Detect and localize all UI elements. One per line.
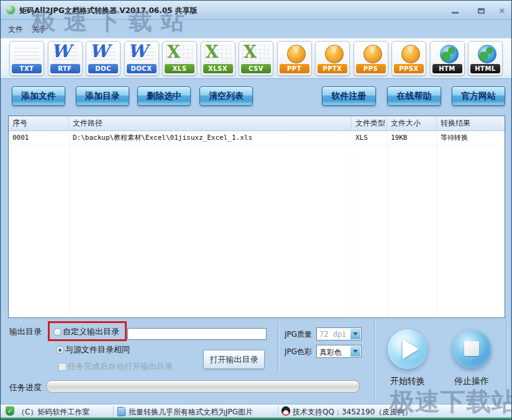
radio-same-as-source[interactable] [56,346,64,354]
excel-x-icon: X [165,43,194,64]
stop-operation-button[interactable] [452,330,491,368]
format-icon-ppsx: PPSX [391,41,426,76]
excel-x-icon: X [241,43,271,64]
status-divider [113,406,114,417]
file-list-table: 序号 文件路径 文件类型 文件大小 转换结果 0001 D:\backup\教程… [8,116,505,318]
table-header: 序号 文件路径 文件类型 文件大小 转换结果 [9,116,505,131]
qq-icon [281,406,290,416]
column-header-result[interactable]: 转换结果 [437,116,505,130]
official-website-button[interactable]: 官方网站 [452,86,505,106]
start-conversion-label: 开始转换 [382,376,434,387]
format-icon-html: HTML [468,41,503,76]
maximize-button[interactable] [473,4,489,16]
cell-size: 19KB [387,131,437,145]
column-divider [352,130,352,317]
chevron-down-icon [350,346,360,357]
section-divider [374,321,375,399]
format-icon-txt: TXT [9,41,44,76]
close-button[interactable]: ✕ [494,4,510,16]
checkbox-auto-open-output[interactable] [58,363,66,371]
column-header-type[interactable]: 文件类型 [352,116,387,130]
status-divider [278,406,278,417]
section-divider [506,321,507,399]
register-software-button[interactable]: 软件注册 [322,86,376,106]
start-conversion-button[interactable] [388,329,427,369]
column-header-size[interactable]: 文件大小 [387,116,437,130]
format-icon-docx: W DOCX [124,41,159,76]
menu-item-about[interactable]: 关于 [29,23,49,36]
format-icon-pptx: PPTX [315,41,350,76]
excel-x-icon: X [203,43,233,64]
format-icon-pps: PPS [354,41,388,76]
jpg-quality-label: JPG质量 [285,329,312,340]
txt-page-icon [12,43,42,64]
jpg-color-value: 真彩色 [319,347,342,358]
cell-type: XLS [352,131,387,145]
powerpoint-pie-icon [280,43,309,64]
checkbox-auto-open-label: 任务完成后自动打开输出目录 [68,361,173,372]
column-header-path[interactable]: 文件路径 [69,116,352,130]
supported-formats-strip: TXT W RTF W DOC W DOCX X XLS X XLSX X CS… [1,38,511,79]
powerpoint-pie-icon [394,43,424,64]
menu-bar: 文件 关于 [1,19,511,37]
jpg-quality-select[interactable]: 72 dpi [316,327,362,340]
progress-bar [46,380,360,393]
status-description: 批量转换几乎所有格式文档为JPG图片 [129,407,253,418]
radio-custom-output-label[interactable]: 自定义输出目录 [63,326,119,337]
radio-same-as-source-label[interactable]: 与源文件目录相同 [65,344,130,355]
delete-selected-button[interactable]: 删除选中 [137,86,191,106]
word-w-icon: W [50,43,80,64]
column-divider [69,130,70,317]
jpg-color-label: JPG色彩 [285,347,312,357]
cell-result: 等待转换 [437,131,505,145]
format-icon-xls: X XLS [162,41,197,76]
chevron-down-icon [350,329,360,339]
window-title: 矩码All2JPG文档格式转换器 V2017.06.05 共享版 [19,6,198,16]
format-icon-csv: X CSV [239,41,273,76]
menu-item-file[interactable]: 文件 [6,23,25,36]
jpg-color-select[interactable]: 真彩色 [316,345,362,358]
close-icon: ✕ [499,6,506,17]
minimize-icon [452,12,459,14]
format-icon-rtf: W RTF [48,41,83,76]
window-titlebar: 矩码All2JPG文档格式转换器 V2017.06.05 共享版 ✕ [1,1,511,20]
app-window: 矩码All2JPG文档格式转换器 V2017.06.05 共享版 ✕ 文件 关于… [0,0,512,420]
cell-index: 0001 [9,131,69,145]
status-support-qq: 技术支持QQ：3452190（皮皮狗） [293,407,412,418]
open-output-dir-button[interactable]: 打开输出目录 [203,350,265,369]
table-row[interactable]: 0001 D:\backup\教程素材\Excel\01jisuxz_Excel… [9,131,505,145]
play-icon [403,339,419,359]
document-icon [117,407,126,416]
minimize-button[interactable] [447,4,463,16]
add-files-button[interactable]: 添加文件 [12,86,65,106]
cell-path: D:\backup\教程素材\Excel\01jisuxz_Excel_1.xl… [69,131,352,145]
powerpoint-pie-icon [318,43,347,64]
powerpoint-pie-icon [356,43,386,64]
format-icon-htm: HTM [430,41,465,76]
bottom-edge-strip [1,418,511,420]
output-dir-label: 输出目录 [9,326,42,337]
task-progress-label: 任务进度 [9,382,42,393]
status-copyright: （C）矩码软件工作室 [17,407,89,418]
globe-icon [432,43,462,64]
custom-output-path-input[interactable] [127,328,267,340]
format-icon-ppt: PPT [277,41,312,76]
format-icon-doc: W DOC [86,41,121,76]
clear-list-button[interactable]: 清空列表 [199,86,253,106]
column-header-index[interactable]: 序号 [9,116,69,130]
add-directory-button[interactable]: 添加目录 [76,86,129,106]
shield-check-icon: ✓ [6,406,14,416]
globe-icon [470,43,500,64]
status-divider [411,406,411,417]
jpg-quality-value: 72 dpi [319,330,346,339]
app-icon [6,5,16,15]
section-divider [278,321,278,372]
maximize-icon [478,8,485,14]
word-w-icon: W [127,43,157,64]
status-bar: ✓ （C）矩码软件工作室 批量转换几乎所有格式文档为JPG图片 技术支持QQ：3… [1,404,511,418]
word-w-icon: W [88,43,118,64]
column-divider [437,130,437,317]
online-help-button[interactable]: 在线帮助 [387,86,441,106]
stop-icon [464,341,479,356]
format-icon-xlsx: X XLSX [201,41,235,76]
